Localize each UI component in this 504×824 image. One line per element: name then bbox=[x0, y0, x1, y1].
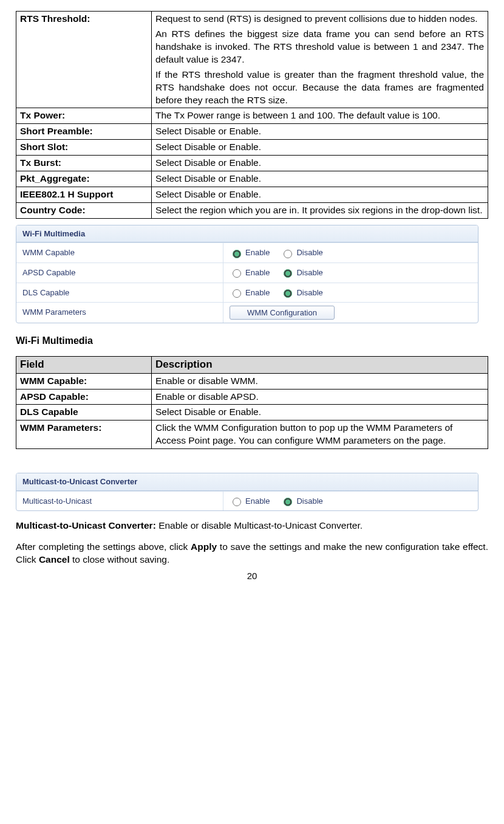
apsd-enable-radio[interactable] bbox=[233, 269, 241, 278]
field-desc: Select the region which you are in. It p… bbox=[152, 202, 488, 218]
table-row: WMM Capable: Enable or disable WMM. bbox=[16, 373, 488, 389]
page-number: 20 bbox=[16, 570, 488, 582]
field-desc: Select Disable or Enable. bbox=[152, 156, 488, 171]
table-row: Tx Burst: Select Disable or Enable. bbox=[16, 156, 488, 171]
panel-header: Multicast-to-Unicast Converter bbox=[16, 473, 478, 491]
row-value: Enable Disable bbox=[223, 492, 478, 511]
multicast-unicast-panel: Multicast-to-Unicast Converter Multicast… bbox=[16, 473, 478, 511]
disable-option[interactable]: Disable bbox=[281, 247, 322, 258]
disable-option[interactable]: Disable bbox=[281, 496, 322, 507]
field-label: Tx Burst: bbox=[16, 156, 152, 171]
row-value: Enable Disable bbox=[223, 243, 478, 263]
table-row: WMM Parameters: Click the WMM Configurat… bbox=[16, 421, 488, 449]
table-row: IEEE802.1 H Support Select Disable or En… bbox=[16, 187, 488, 203]
row-label: WMM Parameters bbox=[16, 303, 223, 323]
table-header-row: Field Description bbox=[16, 356, 488, 373]
table-row: RTS Threshold: Request to send (RTS) is … bbox=[16, 12, 488, 108]
field-label: IEEE802.1 H Support bbox=[16, 187, 152, 203]
field-desc: Select Disable or Enable. bbox=[152, 405, 488, 421]
field-label: DLS Capable bbox=[16, 405, 152, 421]
field-label: APSD Capable: bbox=[16, 389, 152, 405]
mcu-bold-label: Multicast-to-Unicast Converter: bbox=[16, 520, 158, 530]
apsd-capable-row: APSD Capable Enable Disable bbox=[16, 263, 478, 283]
row-label: DLS Capable bbox=[16, 283, 223, 303]
cancel-word: Cancel bbox=[39, 554, 70, 565]
row-value: WMM Configuration bbox=[223, 303, 478, 323]
disable-option[interactable]: Disable bbox=[281, 267, 322, 278]
row-label: WMM Capable bbox=[16, 243, 223, 263]
mcu-disable-radio[interactable] bbox=[284, 498, 292, 506]
table-row: Short Preamble: Select Disable or Enable… bbox=[16, 124, 488, 140]
table-row: Pkt_Aggregate: Select Disable or Enable. bbox=[16, 171, 488, 187]
row-label: APSD Capable bbox=[16, 263, 223, 283]
field-label: Short Preamble: bbox=[16, 124, 152, 140]
table-row: Short Slot: Select Disable or Enable. bbox=[16, 140, 488, 156]
mcu-rest-text: Enable or disable Multicast-to-Unicast C… bbox=[158, 520, 363, 530]
field-label: Tx Power: bbox=[16, 108, 152, 124]
field-label: WMM Capable: bbox=[16, 373, 152, 389]
dls-capable-row: DLS Capable Enable Disable bbox=[16, 283, 478, 303]
enable-option[interactable]: Enable bbox=[230, 287, 270, 298]
table-row: Tx Power: The Tx Power range is between … bbox=[16, 108, 488, 124]
field-desc: Enable or disable APSD. bbox=[152, 389, 488, 405]
desc-para: An RTS defines the biggest size data fra… bbox=[155, 28, 484, 66]
wmm-disable-radio[interactable] bbox=[284, 250, 292, 258]
disable-option[interactable]: Disable bbox=[281, 287, 322, 298]
field-desc: Request to send (RTS) is designed to pre… bbox=[152, 12, 488, 108]
apply-word: Apply bbox=[191, 541, 217, 552]
field-label: RTS Threshold: bbox=[16, 12, 152, 108]
header-field: Field bbox=[16, 356, 152, 373]
desc-para: If the RTS threshold value is greater th… bbox=[155, 69, 484, 107]
enable-option[interactable]: Enable bbox=[230, 267, 270, 278]
field-desc: Click the WMM Configuration button to po… bbox=[152, 421, 488, 449]
header-description: Description bbox=[152, 356, 488, 373]
field-desc: Select Disable or Enable. bbox=[152, 140, 488, 156]
wifi-multimedia-heading: Wi-Fi Multimedia bbox=[16, 334, 488, 348]
wmm-capable-row: WMM Capable Enable Disable bbox=[16, 242, 478, 263]
table-row: DLS Capable Select Disable or Enable. bbox=[16, 405, 488, 421]
row-value: Enable Disable bbox=[223, 283, 478, 303]
field-desc: Select Disable or Enable. bbox=[152, 171, 488, 187]
field-desc: Select Disable or Enable. bbox=[152, 187, 488, 203]
desc-para: Request to send (RTS) is designed to pre… bbox=[155, 13, 484, 26]
field-label: Short Slot: bbox=[16, 140, 152, 156]
field-label: Pkt_Aggregate: bbox=[16, 171, 152, 187]
apsd-disable-radio[interactable] bbox=[284, 269, 292, 278]
mcu-enable-radio[interactable] bbox=[233, 498, 241, 506]
field-label: Country Code: bbox=[16, 202, 152, 218]
panel-header: Wi-Fi Multimedia bbox=[16, 225, 478, 243]
row-value: Enable Disable bbox=[223, 263, 478, 283]
apply-cancel-paragraph: After completing the settings above, cli… bbox=[16, 541, 488, 566]
wmm-parameters-row: WMM Parameters WMM Configuration bbox=[16, 302, 478, 323]
field-desc: The Tx Power range is between 1 and 100.… bbox=[152, 108, 488, 124]
field-label: WMM Parameters: bbox=[16, 421, 152, 449]
dls-disable-radio[interactable] bbox=[284, 289, 292, 298]
field-desc: Select Disable or Enable. bbox=[152, 124, 488, 140]
wifi-multimedia-table: Field Description WMM Capable: Enable or… bbox=[16, 356, 488, 450]
enable-option[interactable]: Enable bbox=[230, 247, 270, 258]
enable-option[interactable]: Enable bbox=[230, 496, 270, 507]
wmm-enable-radio[interactable] bbox=[233, 250, 241, 258]
multicast-unicast-row: Multicast-to-Unicast Enable Disable bbox=[16, 491, 478, 511]
field-desc: Enable or disable WMM. bbox=[152, 373, 488, 389]
table-row: APSD Capable: Enable or disable APSD. bbox=[16, 389, 488, 405]
wifi-multimedia-panel: Wi-Fi Multimedia WMM Capable Enable Disa… bbox=[16, 225, 478, 323]
wmm-configuration-button[interactable]: WMM Configuration bbox=[230, 306, 335, 320]
row-label: Multicast-to-Unicast bbox=[16, 492, 223, 511]
mcu-description: Multicast-to-Unicast Converter: Enable o… bbox=[16, 520, 488, 532]
settings-table-1: RTS Threshold: Request to send (RTS) is … bbox=[16, 11, 488, 219]
table-row: Country Code: Select the region which yo… bbox=[16, 202, 488, 218]
dls-enable-radio[interactable] bbox=[233, 289, 241, 298]
